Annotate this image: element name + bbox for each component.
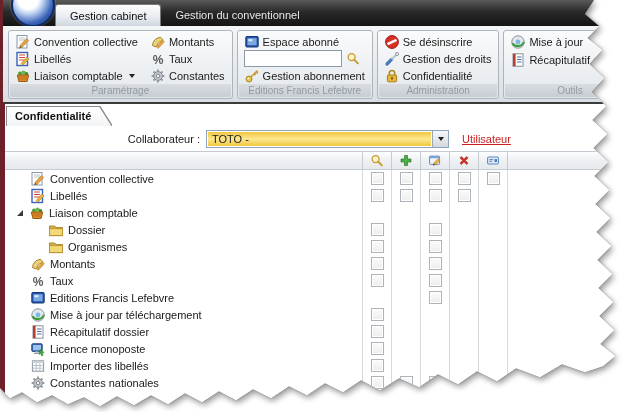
permission-checkbox[interactable] xyxy=(371,359,384,372)
permission-checkbox[interactable] xyxy=(429,257,442,270)
permission-checkbox[interactable] xyxy=(458,172,471,185)
grid-row-organismes[interactable]: Organismes xyxy=(5,238,627,255)
permission-checkbox[interactable] xyxy=(400,172,413,185)
permission-checkbox[interactable] xyxy=(371,257,384,270)
filler-cell xyxy=(391,391,420,412)
permission-checkbox[interactable] xyxy=(371,189,384,202)
ribbon-button-libelles[interactable]: Libellés xyxy=(13,50,140,67)
permission-checkbox[interactable] xyxy=(487,172,500,185)
tab-confidentialite[interactable]: Confidentialité xyxy=(7,107,111,126)
ribbon-tab-gestion-du-conventionnel[interactable]: Gestion du conventionnel xyxy=(161,4,313,26)
ribbon-tab-gestion-cabinet[interactable]: Gestion cabinet xyxy=(55,4,161,26)
permission-cell xyxy=(420,238,449,255)
grid-row-convention-collective[interactable]: Convention collective xyxy=(5,170,627,187)
tree-item-dossier[interactable]: Dossier xyxy=(5,221,362,238)
ribbon-button-confidentialite[interactable]: Confidentialité xyxy=(382,67,494,84)
ribbon-button-liaison-comptable[interactable]: Liaison comptable xyxy=(13,67,140,84)
tree-item-importer-des-libelles[interactable]: Importer des libellés xyxy=(5,357,362,374)
ribbon-button-label: Libellés xyxy=(34,53,71,65)
tree-item-organismes[interactable]: Organismes xyxy=(5,238,362,255)
ribbon-button-constantes[interactable]: Constantes xyxy=(148,67,227,84)
user-link[interactable]: Utilisateur xyxy=(462,133,511,145)
ribbon-button-convention-collective[interactable]: Convention collective xyxy=(13,33,140,50)
permission-checkbox[interactable] xyxy=(400,189,413,202)
ribbon-button-taux[interactable]: %Taux xyxy=(148,50,227,67)
grid-row-licence-monoposte[interactable]: Licence monoposte xyxy=(5,340,627,357)
collaborator-combobox[interactable]: TOTO - xyxy=(206,130,449,148)
permission-checkbox[interactable] xyxy=(400,376,413,389)
grid-row-taux[interactable]: %Taux xyxy=(5,272,627,289)
permission-cell xyxy=(420,357,449,374)
ribbon-button-gestion-des-droits[interactable]: Gestion des droits xyxy=(382,50,494,67)
ribbon-button-espace-abonne[interactable]: Espace abonné xyxy=(242,33,367,50)
permission-checkbox[interactable] xyxy=(371,376,384,389)
globe-update-icon xyxy=(30,307,46,323)
permission-cell xyxy=(478,170,507,187)
ribbon-button-mise-a-jour[interactable]: Mise à jour xyxy=(508,33,627,51)
permission-checkbox[interactable] xyxy=(429,291,442,304)
permission-checkbox[interactable] xyxy=(429,274,442,287)
grid-row-importer-des-libelles[interactable]: Importer des libellés xyxy=(5,357,627,374)
permission-checkbox[interactable] xyxy=(371,240,384,253)
combobox-dropdown-button[interactable] xyxy=(432,131,448,147)
grid-row-constantes-nationales[interactable]: Constantes nationales xyxy=(5,374,627,391)
ribbon-button-gestion-abonnement[interactable]: Gestion abonnement xyxy=(242,67,367,84)
tree-item-editions-francis-lefebvre[interactable]: Editions Francis Lefebvre xyxy=(5,289,362,306)
grid-row-libelles[interactable]: Libellés xyxy=(5,187,627,204)
tree-item-recapitulatif-dossier[interactable]: Récapitulatif dossier xyxy=(5,323,362,340)
ribbon-button-montants[interactable]: Montants xyxy=(148,33,227,50)
permission-checkbox[interactable] xyxy=(371,172,384,185)
grid-row-recapitulatif-dossier[interactable]: Récapitulatif dossier xyxy=(5,323,627,340)
search-icon[interactable] xyxy=(346,52,360,66)
permission-cell xyxy=(362,323,391,340)
ribbon-group-caption: Administration xyxy=(379,84,498,97)
permission-checkbox[interactable] xyxy=(371,342,384,355)
tree-item-taux[interactable]: %Taux xyxy=(5,272,362,289)
grid-row-dossier[interactable]: Dossier xyxy=(5,221,627,238)
ribbon-button-recapitulatif-dossier[interactable]: Récapitulatif dossier xyxy=(508,51,627,69)
tree-item-licence-monoposte[interactable]: Licence monoposte xyxy=(5,340,362,357)
grid-row-mise-a-jour-par-telechargement[interactable]: Mise à jour par téléchargement xyxy=(5,306,627,323)
permission-cell xyxy=(362,187,391,204)
grid-header-edit-button[interactable] xyxy=(420,152,449,169)
permission-checkbox[interactable] xyxy=(429,240,442,253)
grid-header-panel-button[interactable] xyxy=(478,152,507,169)
subscriber-search-input[interactable] xyxy=(244,50,342,67)
collaborator-selected-value[interactable]: TOTO - xyxy=(207,131,432,147)
grid-row-editions-francis-lefebvre[interactable]: Editions Francis Lefebvre xyxy=(5,289,627,306)
permission-cell xyxy=(391,272,420,289)
permission-checkbox[interactable] xyxy=(458,189,471,202)
tree-item-liaison-comptable[interactable]: Liaison comptable xyxy=(5,204,362,221)
tree-item-label: Constantes nationales xyxy=(50,377,159,389)
permission-checkbox[interactable] xyxy=(429,223,442,236)
permission-cell xyxy=(478,340,507,357)
document-color-icon xyxy=(15,51,31,67)
grid-row-liaison-comptable[interactable]: Liaison comptable xyxy=(5,204,627,221)
permission-checkbox[interactable] xyxy=(371,308,384,321)
tree-item-convention-collective[interactable]: Convention collective xyxy=(5,170,362,187)
permission-checkbox[interactable] xyxy=(429,172,442,185)
permission-checkbox[interactable] xyxy=(371,274,384,287)
row-spacer xyxy=(507,289,627,306)
permission-cell xyxy=(362,170,391,187)
ribbon-button-se-desinscrire[interactable]: Se désinscrire xyxy=(382,33,494,50)
grid-row-montants[interactable]: Montants xyxy=(5,255,627,272)
tree-item-libelles[interactable]: Libellés xyxy=(5,187,362,204)
tree-item-constantes-nationales[interactable]: Constantes nationales xyxy=(5,374,362,391)
tree-item-mise-a-jour-par-telechargement[interactable]: Mise à jour par téléchargement xyxy=(5,306,362,323)
permission-checkbox[interactable] xyxy=(371,223,384,236)
permission-checkbox[interactable] xyxy=(429,189,442,202)
tree-item-label: Libellés xyxy=(50,190,87,202)
grid-header-delete-button[interactable] xyxy=(449,152,478,169)
grid-filler-row xyxy=(5,391,627,412)
permission-checkbox[interactable] xyxy=(371,325,384,338)
tree-item-montants[interactable]: Montants xyxy=(5,255,362,272)
permission-checkbox[interactable] xyxy=(429,376,442,389)
application-logo[interactable] xyxy=(11,0,55,26)
tree-expander-icon[interactable] xyxy=(17,210,23,216)
filler-cell xyxy=(449,391,478,412)
ribbon-tab-bar: Gestion cabinet Gestion du conventionnel xyxy=(3,0,627,26)
permission-cell xyxy=(449,374,478,391)
grid-header-search-button[interactable] xyxy=(362,152,391,169)
grid-header-add-button[interactable] xyxy=(391,152,420,169)
